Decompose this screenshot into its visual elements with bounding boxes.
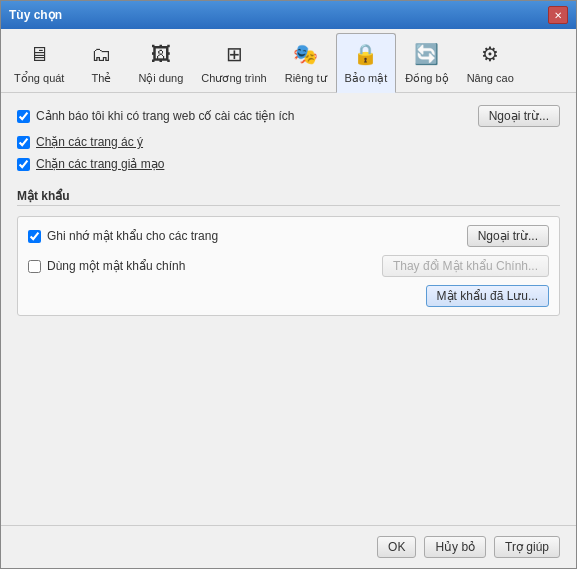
sync-icon: 🔄 bbox=[411, 38, 443, 70]
title-bar: Tùy chọn ✕ bbox=[1, 1, 576, 29]
saved-passwords-btn[interactable]: Mật khẩu đã Lưu... bbox=[426, 285, 549, 307]
close-button[interactable]: ✕ bbox=[548, 6, 568, 24]
cancel-button[interactable]: Hủy bỏ bbox=[424, 536, 486, 558]
change-master-btn[interactable]: Thay đổi Mật khẩu Chính... bbox=[382, 255, 549, 277]
block-malicious-label[interactable]: Chặn các trang ác ý bbox=[36, 135, 143, 149]
security-icon: 🔒 bbox=[350, 38, 382, 70]
block-fake-checkbox[interactable] bbox=[17, 158, 30, 171]
warn-label[interactable]: Cảnh báo tôi khi có trang web cố cài các… bbox=[36, 109, 294, 123]
content-area: Cảnh báo tôi khi có trang web cố cài các… bbox=[1, 93, 576, 525]
tab-security[interactable]: 🔒 Bảo mật bbox=[336, 33, 397, 93]
password-section: Ghi nhớ mật khẩu cho các trang Ngoại trừ… bbox=[17, 216, 560, 316]
block-malicious-checkbox[interactable] bbox=[17, 136, 30, 149]
tab-content[interactable]: 🖼 Nội dung bbox=[129, 33, 192, 92]
tab-tabs[interactable]: 🗂 Thẻ bbox=[73, 33, 129, 92]
help-button[interactable]: Trợ giúp bbox=[494, 536, 560, 558]
tab-sync[interactable]: 🔄 Đồng bộ bbox=[396, 33, 457, 92]
exceptions-btn-1[interactable]: Ngoại trừ... bbox=[478, 105, 560, 127]
exceptions-btn-2[interactable]: Ngoại trừ... bbox=[467, 225, 549, 247]
general-icon: 🖥 bbox=[23, 38, 55, 70]
footer: OK Hủy bỏ Trợ giúp bbox=[1, 525, 576, 568]
advanced-icon: ⚙ bbox=[474, 38, 506, 70]
block-malicious-row: Chặn các trang ác ý bbox=[17, 135, 560, 149]
tabs-icon: 🗂 bbox=[85, 38, 117, 70]
tab-privacy[interactable]: 🎭 Riêng tư bbox=[276, 33, 336, 92]
saved-passwords-row: Mật khẩu đã Lưu... bbox=[28, 285, 549, 307]
remember-row: Ghi nhớ mật khẩu cho các trang Ngoại trừ… bbox=[28, 225, 549, 247]
master-password-checkbox[interactable] bbox=[28, 260, 41, 273]
title-bar-controls: ✕ bbox=[548, 6, 568, 24]
programs-icon: ⊞ bbox=[218, 38, 250, 70]
window-title: Tùy chọn bbox=[9, 8, 62, 22]
ok-button[interactable]: OK bbox=[377, 536, 416, 558]
tab-advanced[interactable]: ⚙ Nâng cao bbox=[458, 33, 523, 92]
warn-checkbox[interactable] bbox=[17, 110, 30, 123]
toolbar: 🖥 Tổng quát 🗂 Thẻ 🖼 Nội dung ⊞ Chương tr… bbox=[1, 29, 576, 93]
master-password-row: Dùng một mật khẩu chính Thay đổi Mật khẩ… bbox=[28, 255, 549, 277]
remember-checkbox-row: Ghi nhớ mật khẩu cho các trang bbox=[28, 229, 218, 243]
tab-programs[interactable]: ⊞ Chương trình bbox=[192, 33, 275, 92]
warn-checkbox-row: Cảnh báo tôi khi có trang web cố cài các… bbox=[17, 109, 294, 123]
block-fake-row: Chặn các trang giả mạo bbox=[17, 157, 560, 171]
master-password-label[interactable]: Dùng một mật khẩu chính bbox=[47, 259, 185, 273]
privacy-icon: 🎭 bbox=[290, 38, 322, 70]
main-window: Tùy chọn ✕ 🖥 Tổng quát 🗂 Thẻ 🖼 Nội dung … bbox=[0, 0, 577, 569]
tab-general[interactable]: 🖥 Tổng quát bbox=[5, 33, 73, 92]
remember-checkbox[interactable] bbox=[28, 230, 41, 243]
warn-row: Cảnh báo tôi khi có trang web cố cài các… bbox=[17, 105, 560, 127]
remember-label[interactable]: Ghi nhớ mật khẩu cho các trang bbox=[47, 229, 218, 243]
content-icon: 🖼 bbox=[145, 38, 177, 70]
password-section-title: Mật khẩu bbox=[17, 189, 70, 203]
block-fake-label[interactable]: Chặn các trang giả mạo bbox=[36, 157, 164, 171]
master-password-checkbox-row: Dùng một mật khẩu chính bbox=[28, 259, 185, 273]
